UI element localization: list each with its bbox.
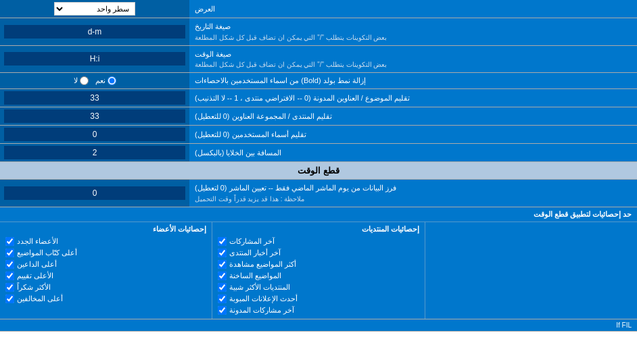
cb-latest-classifieds[interactable]	[218, 294, 227, 303]
cb-top-warned[interactable]	[5, 294, 14, 303]
cb-top-posters[interactable]	[5, 249, 14, 257]
checkbox-item: أعلى الداعين	[5, 259, 206, 270]
date-format-label: صيغة التاريخ بعض التكوينات يتطلب "/" الت…	[189, 18, 637, 45]
time-format-label: صيغة الوقت بعض التكوينات يتطلب "/" التي …	[189, 46, 637, 73]
checkbox-item: الأعلى تقييم	[5, 270, 206, 282]
checkbox-item: أعلى المخالفين	[5, 293, 206, 305]
radio-yes[interactable]	[108, 76, 116, 85]
checkbox-item: أعلى كتّاب المواضيع	[5, 247, 206, 259]
cb-hot-topics[interactable]	[218, 271, 227, 280]
cb-blog-posts[interactable]	[218, 306, 227, 315]
topic-title-input[interactable]	[4, 91, 185, 105]
bold-remove-radio-cell: نعم لا	[0, 73, 189, 88]
cb-new-members[interactable]	[5, 237, 14, 246]
cutoff-input-cell	[0, 180, 189, 207]
radio-yes-label[interactable]: نعم	[95, 76, 116, 85]
stats-limit-label: حد إحصائيات لتطبيق قطع الوقت	[0, 207, 637, 222]
date-format-input-cell	[0, 18, 189, 45]
checkbox-item: أحدث الإعلانات المبوبة	[218, 293, 419, 305]
checkbox-col-3	[425, 222, 637, 319]
cb-last-posts[interactable]	[218, 237, 227, 246]
time-format-input[interactable]	[4, 52, 185, 66]
radio-no[interactable]	[80, 76, 89, 85]
col3-header	[431, 225, 632, 227]
bottom-note: If FIL	[0, 319, 637, 332]
topic-title-label: تقليم الموضوع / العناوين المدونة (0 -- ا…	[189, 89, 637, 107]
display-select[interactable]: سطر واحد سطرين ثلاثة أسطر	[54, 2, 135, 16]
checkbox-item: الأكثر شكراً	[5, 282, 206, 293]
forum-group-label: تقليم المنتدى / المجموعة العناوين (0 للت…	[189, 107, 637, 125]
cb-last-news[interactable]	[218, 249, 227, 257]
cb-top-referrers[interactable]	[5, 260, 14, 269]
cb-most-popular[interactable]	[218, 283, 227, 292]
cell-distance-label: المسافة بين الخلايا (بالبكسل)	[189, 144, 637, 161]
topic-title-input-cell	[0, 89, 189, 107]
checkbox-col-1: إحصائيات الأعضاء الأعضاء الجدد أعلى كتّا…	[0, 222, 212, 319]
checkbox-col-2: إحصائيات المنتديات آخر المشاركات آخر أخب…	[212, 222, 424, 319]
checkbox-item: آخر أخبار المنتدى	[218, 247, 419, 259]
checkboxes-grid: إحصائيات المنتديات آخر المشاركات آخر أخب…	[0, 222, 637, 319]
cell-distance-input-cell	[0, 144, 189, 161]
time-format-input-cell	[0, 46, 189, 73]
cutoff-label: فرز البيانات من يوم الماشر الماضي فقط --…	[189, 180, 637, 207]
usernames-input-cell	[0, 126, 189, 143]
forum-group-input-cell	[0, 107, 189, 125]
usernames-input[interactable]	[4, 128, 185, 141]
checkbox-item: آخر مشاركات المدونة	[218, 305, 419, 316]
radio-no-label[interactable]: لا	[74, 76, 89, 85]
display-select-cell: سطر واحد سطرين ثلاثة أسطر	[0, 0, 189, 18]
cb-most-thanked[interactable]	[5, 283, 14, 292]
cutoff-input[interactable]	[4, 186, 185, 200]
cutoff-section-header: قطع الوقت	[0, 162, 637, 180]
checkbox-item: آخر المشاركات	[218, 236, 419, 247]
col1-header: إحصائيات الأعضاء	[5, 225, 206, 236]
forum-group-input[interactable]	[4, 109, 185, 123]
date-format-input[interactable]	[4, 25, 185, 38]
cell-distance-input[interactable]	[4, 146, 185, 159]
checkbox-item: الأعضاء الجدد	[5, 236, 206, 247]
cb-most-viewed[interactable]	[218, 260, 227, 269]
bold-remove-label: إزالة نمط بولد (Bold) من اسماء المستخدمي…	[189, 73, 637, 88]
checkbox-item: المواضيع الساخنة	[218, 270, 419, 282]
col2-header: إحصائيات المنتديات	[218, 225, 419, 236]
header-label: العرض	[189, 0, 637, 18]
usernames-label: تقليم أسماء المستخدمين (0 للتعطيل)	[189, 126, 637, 143]
checkbox-item: أكثر المواضيع مشاهدة	[218, 259, 419, 270]
checkbox-item: المنتديات الأكثر شبية	[218, 282, 419, 293]
cb-top-rated[interactable]	[5, 271, 14, 280]
